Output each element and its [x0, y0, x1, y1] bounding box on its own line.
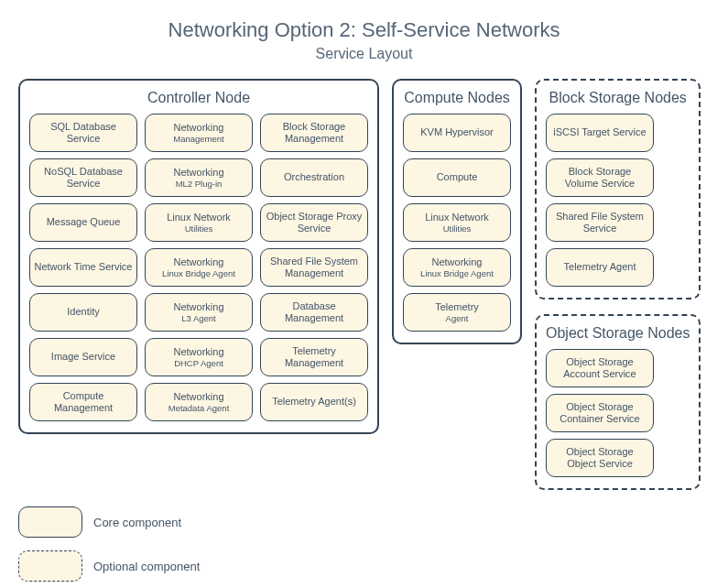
- controller-node-panel: Controller Node SQL Database Service NoS…: [18, 79, 379, 434]
- component-box: KVM Hypervisor: [403, 114, 511, 152]
- legend-core-label: Core component: [93, 516, 181, 529]
- controller-node-title: Controller Node: [29, 90, 368, 106]
- component-box: Telemetry Management: [260, 338, 368, 376]
- block-storage-panel: Block Storage Nodes iSCSI Target Service…: [535, 79, 701, 299]
- component-box: Telemetry Agent: [546, 248, 654, 287]
- component-box: Identity: [29, 293, 137, 332]
- component-box: Telemetry Agent(s): [260, 383, 368, 421]
- component-box: Compute: [403, 158, 511, 197]
- component-box: NetworkingML2 Plug-in: [145, 158, 253, 197]
- component-box: NetworkingManagement: [145, 114, 253, 152]
- component-box: Message Queue: [29, 203, 137, 242]
- diagram-title: Networking Option 2: Self-Service Networ…: [18, 18, 710, 42]
- object-storage-title: Object Storage Nodes: [546, 325, 690, 342]
- component-box: Compute Management: [29, 383, 137, 421]
- legend-core: Core component: [18, 506, 710, 538]
- controller-col-3: Block Storage Management Orchestration O…: [260, 114, 368, 421]
- controller-col-1: SQL Database Service NoSQL Database Serv…: [29, 114, 137, 421]
- component-box: NetworkingL3 Agent: [145, 293, 253, 332]
- component-box: TelemetryAgent: [403, 293, 511, 332]
- legend-core-icon: [18, 506, 82, 538]
- legend-optional: Optional component: [18, 550, 710, 582]
- diagram-layout: Controller Node SQL Database Service NoS…: [18, 79, 710, 490]
- component-box: Block Storage Management: [260, 114, 368, 152]
- component-box: Object Storage Account Service: [546, 349, 654, 387]
- legend-optional-icon: [18, 550, 82, 582]
- component-box: Shared File System Management: [260, 248, 368, 287]
- component-box: Linux NetworkUtilities: [403, 203, 511, 242]
- compute-nodes-panel: Compute Nodes KVM Hypervisor Compute Lin…: [392, 79, 522, 344]
- component-box: Orchestration: [260, 158, 368, 197]
- component-box: SQL Database Service: [29, 114, 137, 152]
- component-box: Object Storage Container Service: [546, 394, 654, 432]
- component-box: Linux NetworkUtilities: [145, 203, 253, 242]
- component-box: Network Time Service: [29, 248, 137, 287]
- component-box: Block Storage Volume Service: [546, 158, 654, 197]
- component-box: NoSQL Database Service: [29, 158, 137, 197]
- component-box: NetworkingMetadata Agent: [145, 383, 253, 421]
- component-box: Database Management: [260, 293, 368, 332]
- component-box: iSCSI Target Service: [546, 114, 654, 152]
- component-box: NetworkingLinux Bridge Agent: [403, 248, 511, 287]
- legend-optional-label: Optional component: [93, 560, 200, 573]
- object-storage-panel: Object Storage Nodes Object Storage Acco…: [535, 314, 701, 490]
- block-storage-title: Block Storage Nodes: [546, 90, 690, 106]
- component-box: NetworkingLinux Bridge Agent: [145, 248, 253, 287]
- diagram-subtitle: Service Layout: [18, 46, 710, 62]
- component-box: Object Storage Proxy Service: [260, 203, 368, 242]
- component-box: NetworkingDHCP Agent: [145, 338, 253, 376]
- compute-nodes-title: Compute Nodes: [403, 90, 511, 106]
- legend: Core component Optional component: [18, 506, 710, 582]
- component-box: Object Storage Object Service: [546, 439, 654, 477]
- component-box: Shared File System Service: [546, 203, 654, 242]
- controller-col-2: NetworkingManagement NetworkingML2 Plug-…: [145, 114, 253, 421]
- component-box: Image Service: [29, 338, 137, 376]
